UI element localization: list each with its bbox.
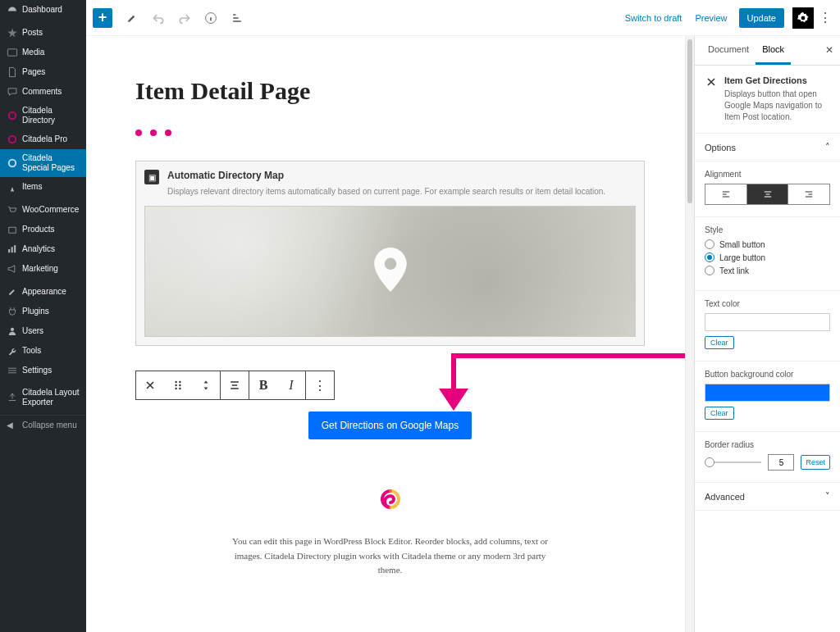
plug-icon [7, 306, 18, 317]
chevron-down-icon: ˅ [825, 491, 830, 502]
sidebar-item-label: Marketing [22, 264, 58, 274]
italic-button[interactable]: I [277, 371, 305, 399]
sidebar-item-layout-exporter[interactable]: Citadela Layout Exporter [0, 384, 86, 411]
svg-point-8 [11, 328, 14, 331]
tab-block[interactable]: Block [756, 36, 791, 65]
editor-topbar: + Switch to draft Preview Update ⋮ [86, 0, 840, 36]
svg-rect-7 [14, 245, 16, 252]
sidebar-item-label: Plugins [22, 307, 49, 316]
user-icon [7, 325, 18, 337]
svg-rect-0 [7, 49, 16, 56]
block-toolbar: B I ⋮ [135, 371, 335, 400]
svg-point-3 [9, 160, 16, 166]
bold-button[interactable]: B [249, 371, 277, 399]
page-icon [7, 66, 18, 78]
text-color-field[interactable] [705, 313, 830, 331]
tab-document[interactable]: Document [701, 36, 756, 65]
align-center-button[interactable] [747, 184, 789, 204]
sidebar-item-items[interactable]: Items [0, 177, 86, 197]
sidebar-item-marketing[interactable]: Marketing [0, 259, 86, 279]
border-radius-input[interactable] [768, 454, 794, 471]
advanced-panel-header[interactable]: Advanced ˅ [695, 483, 840, 511]
sidebar-item-settings[interactable]: Settings [0, 361, 86, 380]
bg-color-field[interactable] [705, 384, 830, 402]
sidebar-item-tools[interactable]: Tools [0, 341, 86, 361]
sidebar-item-pages[interactable]: Pages [0, 62, 86, 82]
sidebar-item-users[interactable]: Users [0, 321, 86, 341]
box-icon [7, 224, 18, 235]
swirl-icon [7, 110, 18, 121]
outline-icon[interactable] [229, 10, 245, 26]
page-title[interactable]: Item Detail Page [135, 77, 645, 105]
footer-help-text: You can edit this page in WordPress Bloc… [226, 534, 555, 578]
sidebar-item-media[interactable]: Media [0, 43, 86, 62]
settings-toggle-button[interactable] [792, 7, 814, 29]
automatic-directory-map-block[interactable]: ▣ Automatic Directory Map Displays relev… [135, 161, 645, 346]
align-right-button[interactable] [788, 184, 829, 204]
update-button[interactable]: Update [739, 8, 784, 28]
sliders-icon [7, 365, 18, 376]
get-directions-button[interactable]: Get Directions on Google Maps [308, 411, 472, 439]
cart-icon [7, 204, 18, 216]
style-textlink-radio[interactable]: Text link [705, 266, 830, 275]
preview-button[interactable]: Preview [695, 13, 727, 23]
svg-point-14 [175, 388, 176, 389]
close-inspector-button[interactable]: ✕ [825, 44, 833, 56]
border-radius-slider[interactable] [705, 457, 761, 468]
sidebar-item-label: WooCommerce [22, 205, 79, 215]
sidebar-item-label: Comments [22, 87, 62, 97]
options-label: Options [705, 143, 736, 152]
switch-to-draft-button[interactable]: Switch to draft [625, 13, 682, 23]
options-panel-header[interactable]: Options ˄ [695, 134, 840, 161]
media-icon [7, 47, 18, 58]
drag-handle-icon[interactable] [164, 371, 192, 399]
text-color-clear-button[interactable]: Clear [705, 336, 734, 349]
map-block-icon: ▣ [144, 170, 159, 184]
add-block-button[interactable]: + [93, 8, 112, 28]
sidebar-item-posts[interactable]: Posts [0, 23, 86, 43]
info-icon[interactable] [203, 10, 219, 26]
sidebar-item-analytics[interactable]: Analytics [0, 239, 86, 259]
text-color-label: Text color [705, 299, 830, 308]
move-up-down-icon[interactable] [192, 371, 220, 399]
align-left-button[interactable] [705, 184, 747, 204]
block-type-icon[interactable] [136, 371, 164, 399]
sidebar-item-label: Media [22, 48, 44, 57]
canvas-scrollbar[interactable] [685, 36, 694, 632]
edit-mode-icon[interactable] [124, 10, 140, 26]
bg-color-clear-button[interactable]: Clear [705, 407, 734, 420]
sidebar-item-citadela-special-pages[interactable]: Citadela Special Pages [0, 149, 86, 177]
align-icon[interactable] [221, 371, 249, 399]
bars-icon [7, 243, 18, 255]
more-options-button[interactable]: ⋮ [817, 7, 833, 29]
svg-point-13 [179, 384, 180, 386]
sidebar-item-products[interactable]: Products [0, 220, 86, 239]
svg-point-2 [9, 136, 16, 143]
border-radius-reset-button[interactable]: Reset [801, 455, 830, 470]
sidebar-item-comments[interactable]: Comments [0, 82, 86, 102]
sidebar-item-appearance[interactable]: Appearance [0, 282, 86, 302]
border-radius-label: Border radius [705, 440, 830, 449]
collapse-menu-button[interactable]: ◀Collapse menu [0, 415, 86, 434]
style-large-radio[interactable]: Large button [705, 252, 830, 262]
sidebar-item-label: Appearance [22, 287, 66, 297]
svg-point-15 [179, 388, 180, 389]
sidebar-item-label: Citadela Layout Exporter [22, 388, 80, 407]
svg-point-11 [179, 381, 180, 383]
sidebar-item-woocommerce[interactable]: WooCommerce [0, 200, 86, 220]
sidebar-item-plugins[interactable]: Plugins [0, 302, 86, 321]
dashboard-icon [7, 4, 18, 16]
svg-rect-4 [9, 227, 16, 233]
redo-icon[interactable] [176, 10, 193, 26]
svg-point-10 [175, 381, 176, 383]
sidebar-item-dashboard[interactable]: Dashboard [0, 0, 86, 20]
block-more-button[interactable]: ⋮ [306, 371, 334, 399]
block-info-title: Item Get Directions [724, 75, 830, 85]
sidebar-item-citadela-directory[interactable]: Citadela Directory [0, 102, 86, 130]
collapse-label: Collapse menu [22, 421, 77, 430]
style-small-radio[interactable]: Small button [705, 239, 830, 249]
undo-icon[interactable] [150, 10, 167, 26]
sidebar-item-citadela-pro[interactable]: Citadela Pro [0, 130, 86, 149]
separator-dots[interactable] [135, 130, 645, 136]
advanced-label: Advanced [705, 492, 745, 502]
